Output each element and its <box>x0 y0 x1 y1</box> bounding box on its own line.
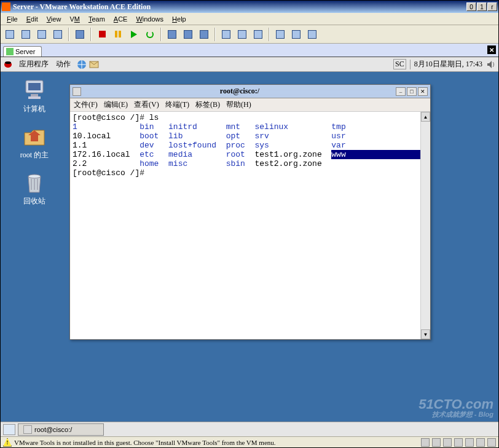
menu-help[interactable]: Help <box>168 14 190 24</box>
watermark-main: 51CTO.com <box>418 398 493 411</box>
menu-vm[interactable]: VM <box>66 14 84 24</box>
tb-fullscreen-icon[interactable] <box>273 28 287 41</box>
window-buttons: 0 1 r <box>466 2 497 11</box>
svg-rect-4 <box>28 83 41 90</box>
menu-windows[interactable]: Windows <box>132 14 167 24</box>
show-desktop-button[interactable] <box>3 424 15 435</box>
tb-open2-icon[interactable] <box>35 28 49 41</box>
tb-reset-icon[interactable] <box>143 28 157 41</box>
tb-view2-icon[interactable] <box>235 28 249 41</box>
minimize-button[interactable]: 0 <box>466 2 476 11</box>
toolbar-separator <box>214 28 216 41</box>
menu-ace[interactable]: ACE <box>110 14 132 24</box>
terminal-body: [root@cisco /]# ls 1 bin initrd mnt seli… <box>70 112 430 339</box>
tb-stop-icon[interactable] <box>95 28 109 41</box>
svg-rect-5 <box>31 94 38 96</box>
svg-rect-6 <box>28 96 41 99</box>
tb-save-icon[interactable] <box>51 28 65 41</box>
tb-view3-icon[interactable] <box>251 28 265 41</box>
tb-view1-icon[interactable] <box>219 28 233 41</box>
tb-play-icon[interactable] <box>127 28 141 41</box>
device-sound-icon[interactable] <box>476 438 485 447</box>
vmware-icon <box>2 2 10 11</box>
toolbar-separator <box>269 28 270 41</box>
device-net-icon[interactable] <box>454 438 463 447</box>
task-label: root@cisco:/ <box>34 426 72 433</box>
terminal-maximize-button[interactable]: □ <box>407 87 417 96</box>
close-button[interactable]: r <box>487 2 497 11</box>
device-cd-icon[interactable] <box>432 438 441 447</box>
term-menu-tabs[interactable]: 标签(B) <box>195 100 220 110</box>
vm-tab-server[interactable]: Server <box>3 46 42 57</box>
desktop-icon-trash[interactable]: 回收站 <box>10 170 58 206</box>
panel-separator <box>410 60 411 69</box>
term-menu-help[interactable]: 帮助(H) <box>226 100 251 110</box>
browser-launcher-icon[interactable] <box>77 60 87 69</box>
menu-view[interactable]: View <box>43 14 65 24</box>
tb-new-icon[interactable] <box>3 28 17 41</box>
input-method-indicator[interactable]: SC <box>393 59 406 69</box>
vm-tab-label: Server <box>15 48 35 55</box>
vmware-menubar: File Edit View VM Team ACE Windows Help <box>1 13 498 25</box>
tab-close-icon[interactable]: ✕ <box>487 45 496 54</box>
menu-file[interactable]: File <box>3 14 22 24</box>
taskbar-item-terminal[interactable]: root@cisco:/ <box>18 423 104 436</box>
tb-pause-icon[interactable] <box>111 28 125 41</box>
gnome-bottom-panel: root@cisco:/ <box>1 422 498 436</box>
scroll-down-icon[interactable]: ▼ <box>421 329 430 339</box>
terminal-minimize-button[interactable]: – <box>396 87 406 96</box>
term-menu-view[interactable]: 查看(V) <box>134 100 159 110</box>
terminal-scrollbar[interactable]: ▲ ▼ <box>420 112 430 339</box>
tb-open-icon[interactable] <box>19 28 33 41</box>
watermark-sub: 技术成就梦想 - Blog <box>418 411 493 418</box>
desktop-icons: 计算机 root 的主 回收站 <box>10 78 58 206</box>
gnome-top-panel: 应用程序 动作 SC 8月10日星期日, 17:43 <box>1 57 498 72</box>
terminal-window[interactable]: root@cisco:/ – □ ✕ 文件(F) 编辑(E) 查看(V) 终端(… <box>69 84 431 340</box>
desktop-icon-label: root 的主 <box>20 150 49 160</box>
panel-launchers <box>77 60 99 69</box>
menu-edit[interactable]: Edit <box>23 14 42 24</box>
terminal-icon <box>73 87 81 96</box>
svg-point-0 <box>5 61 11 64</box>
tb-manage-icon[interactable] <box>197 28 211 41</box>
tb-revert-icon[interactable] <box>181 28 195 41</box>
terminal-menubar: 文件(F) 编辑(E) 查看(V) 终端(T) 标签(B) 帮助(H) <box>70 98 430 112</box>
toolbar-separator <box>90 28 92 41</box>
device-other-icon[interactable] <box>487 438 496 447</box>
tb-snapshot-icon[interactable] <box>165 28 179 41</box>
desktop-icon-root-home[interactable]: root 的主 <box>10 124 58 160</box>
vmware-statusbar: ! VMware Tools is not installed in this … <box>1 436 498 447</box>
actions-menu[interactable]: 动作 <box>52 59 74 69</box>
tb-quickswitch-icon[interactable] <box>289 28 303 41</box>
maximize-button[interactable]: 1 <box>477 2 487 11</box>
terminal-close-button[interactable]: ✕ <box>418 87 428 96</box>
clock[interactable]: 8月10日星期日, 17:43 <box>414 59 482 69</box>
device-floppy-icon[interactable] <box>443 438 452 447</box>
device-usb-icon[interactable] <box>465 438 474 447</box>
scroll-track[interactable] <box>421 122 430 329</box>
warning-icon: ! <box>3 438 12 447</box>
term-menu-edit[interactable]: 编辑(E) <box>104 100 128 110</box>
scroll-up-icon[interactable]: ▲ <box>421 112 430 122</box>
device-hdd-icon[interactable] <box>421 438 430 447</box>
desktop-icon-computer[interactable]: 计算机 <box>10 78 58 114</box>
menu-team[interactable]: Team <box>85 14 109 24</box>
home-folder-icon <box>22 124 47 149</box>
applications-menu[interactable]: 应用程序 <box>15 59 52 69</box>
redhat-icon[interactable] <box>3 60 13 69</box>
vmware-tabbar: Server ✕ <box>1 44 498 57</box>
toolbar-separator <box>160 28 162 41</box>
desktop-icon-label: 回收站 <box>23 196 45 206</box>
tb-unity-icon[interactable] <box>305 28 319 41</box>
term-menu-terminal[interactable]: 终端(T) <box>165 100 189 110</box>
tb-box-icon[interactable] <box>73 28 87 41</box>
mail-launcher-icon[interactable] <box>89 60 99 69</box>
computer-icon <box>22 78 47 103</box>
terminal-titlebar[interactable]: root@cisco:/ – □ ✕ <box>70 85 430 98</box>
vmware-titlebar[interactable]: Server - VMware Workstation ACE Edition … <box>1 1 498 13</box>
volume-icon[interactable] <box>486 60 496 69</box>
terminal-title: root@cisco:/ <box>84 87 396 96</box>
terminal-content[interactable]: [root@cisco /]# ls 1 bin initrd mnt seli… <box>70 112 420 339</box>
guest-desktop[interactable]: 应用程序 动作 SC 8月10日星期日, 17:43 计算机 root <box>1 57 498 436</box>
term-menu-file[interactable]: 文件(F) <box>74 100 98 110</box>
